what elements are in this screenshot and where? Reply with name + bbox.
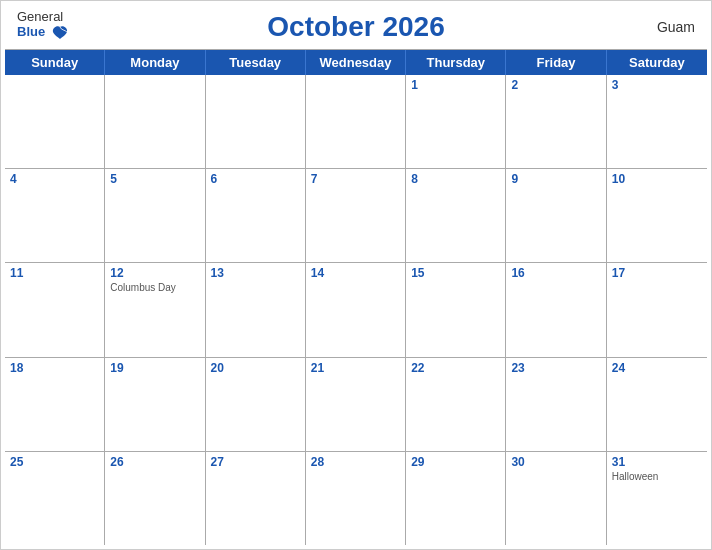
calendar-day: 7 [306,169,406,262]
day-event: Columbus Day [110,282,199,293]
calendar-day: 11 [5,263,105,356]
calendar-day: 30 [506,452,606,545]
calendar-day: 15 [406,263,506,356]
calendar-day: 14 [306,263,406,356]
calendar-week-4: 18192021222324 [5,358,707,452]
calendar-day: 16 [506,263,606,356]
day-number: 21 [311,361,400,375]
calendar-week-2: 45678910 [5,169,707,263]
day-header-tuesday: Tuesday [206,50,306,75]
calendar-day: 27 [206,452,306,545]
calendar-region: Guam [657,19,695,35]
calendar-day: 1 [406,75,506,168]
day-number: 6 [211,172,300,186]
day-header-wednesday: Wednesday [306,50,406,75]
day-number: 20 [211,361,300,375]
calendar-title: October 2026 [267,11,444,43]
calendar-day: 23 [506,358,606,451]
day-number: 2 [511,78,600,92]
day-number: 26 [110,455,199,469]
day-number: 22 [411,361,500,375]
day-number: 3 [612,78,702,92]
day-number [311,78,400,92]
calendar-day: 6 [206,169,306,262]
day-number: 11 [10,266,99,280]
day-event: Halloween [612,471,702,482]
calendar-day [206,75,306,168]
calendar-day: 17 [607,263,707,356]
day-number: 29 [411,455,500,469]
day-number: 5 [110,172,199,186]
calendar-day: 10 [607,169,707,262]
day-number: 13 [211,266,300,280]
day-header-friday: Friday [506,50,606,75]
day-number: 10 [612,172,702,186]
day-number [211,78,300,92]
logo-general: General [17,9,63,24]
day-number: 17 [612,266,702,280]
calendar-day: 29 [406,452,506,545]
calendar-day: 26 [105,452,205,545]
day-number: 4 [10,172,99,186]
calendar-container: General Blue October 2026 Guam SundayMon… [0,0,712,550]
day-number [110,78,199,92]
calendar-day [105,75,205,168]
calendar-grid: SundayMondayTuesdayWednesdayThursdayFrid… [5,49,707,545]
day-number: 24 [612,361,702,375]
calendar-week-5: 25262728293031Halloween [5,452,707,545]
day-number: 15 [411,266,500,280]
calendar-day: 13 [206,263,306,356]
logo-blue: Blue [17,24,69,41]
calendar-day: 22 [406,358,506,451]
calendar-day: 18 [5,358,105,451]
day-number: 14 [311,266,400,280]
calendar-weeks: 123456789101112Columbus Day1314151617181… [5,75,707,545]
day-headers-row: SundayMondayTuesdayWednesdayThursdayFrid… [5,50,707,75]
day-number: 16 [511,266,600,280]
calendar-day: 5 [105,169,205,262]
calendar-day: 20 [206,358,306,451]
day-number: 31 [612,455,702,469]
calendar-week-3: 1112Columbus Day1314151617 [5,263,707,357]
calendar-day: 12Columbus Day [105,263,205,356]
day-number: 7 [311,172,400,186]
calendar-day: 21 [306,358,406,451]
calendar-day: 24 [607,358,707,451]
calendar-day: 2 [506,75,606,168]
day-number: 27 [211,455,300,469]
calendar-day: 9 [506,169,606,262]
day-number: 25 [10,455,99,469]
day-number: 9 [511,172,600,186]
day-header-sunday: Sunday [5,50,105,75]
calendar-day: 28 [306,452,406,545]
calendar-day: 31Halloween [607,452,707,545]
calendar-header: General Blue October 2026 Guam [1,1,711,49]
calendar-day [5,75,105,168]
calendar-day: 3 [607,75,707,168]
calendar-day: 4 [5,169,105,262]
day-header-saturday: Saturday [607,50,707,75]
day-number: 30 [511,455,600,469]
calendar-day: 8 [406,169,506,262]
day-number: 8 [411,172,500,186]
logo: General Blue [17,9,69,41]
day-number [10,78,99,92]
calendar-day: 25 [5,452,105,545]
day-number: 1 [411,78,500,92]
calendar-day: 19 [105,358,205,451]
logo-bird-icon [51,25,69,41]
day-number: 19 [110,361,199,375]
day-number: 18 [10,361,99,375]
calendar-day [306,75,406,168]
day-number: 28 [311,455,400,469]
day-number: 12 [110,266,199,280]
calendar-week-1: 123 [5,75,707,169]
day-number: 23 [511,361,600,375]
day-header-monday: Monday [105,50,205,75]
day-header-thursday: Thursday [406,50,506,75]
